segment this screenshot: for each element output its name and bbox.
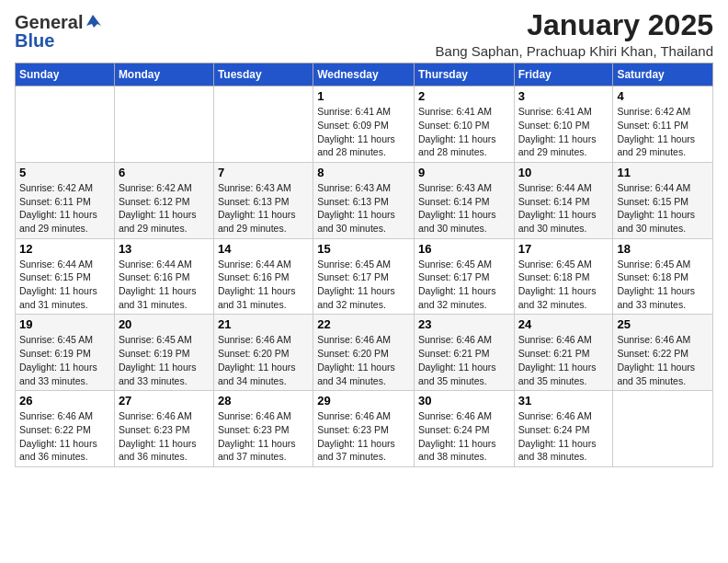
day-number: 20 [119,317,210,331]
location-title: Bang Saphan, Prachuap Khiri Khan, Thaila… [436,43,713,59]
day-info: Sunrise: 6:43 AMSunset: 6:13 PMDaylight:… [317,181,410,236]
day-cell: 30Sunrise: 6:46 AMSunset: 6:24 PMDayligh… [414,391,514,467]
day-info: Sunrise: 6:42 AMSunset: 6:11 PMDaylight:… [617,105,709,159]
day-number: 2 [418,89,510,103]
day-number: 1 [317,89,410,103]
day-cell: 26Sunrise: 6:46 AMSunset: 6:22 PMDayligh… [16,391,115,467]
day-info: Sunrise: 6:44 AMSunset: 6:16 PMDaylight:… [119,258,210,312]
day-cell [213,86,313,163]
day-cell: 4Sunrise: 6:42 AMSunset: 6:11 PMDaylight… [613,86,713,163]
day-info: Sunrise: 6:41 AMSunset: 6:10 PMDaylight:… [418,105,510,159]
day-cell: 24Sunrise: 6:46 AMSunset: 6:21 PMDayligh… [514,315,613,391]
header-sunday: Sunday [16,63,115,86]
day-number: 13 [119,242,210,256]
week-row-1: 1Sunrise: 6:41 AMSunset: 6:09 PMDaylight… [16,86,713,163]
day-number: 6 [119,166,210,179]
day-number: 15 [317,242,410,256]
day-cell: 7Sunrise: 6:43 AMSunset: 6:13 PMDaylight… [213,162,313,238]
page-header: General Blue January 2025 Bang Saphan, P… [15,9,713,59]
day-number: 27 [119,394,210,408]
day-number: 18 [617,242,709,256]
logo-general-text: General [15,13,83,31]
week-row-4: 19Sunrise: 6:45 AMSunset: 6:19 PMDayligh… [16,315,713,391]
day-cell: 1Sunrise: 6:41 AMSunset: 6:09 PMDaylight… [313,86,415,163]
header-thursday: Thursday [414,63,514,86]
week-row-5: 26Sunrise: 6:46 AMSunset: 6:22 PMDayligh… [16,391,713,467]
day-info: Sunrise: 6:45 AMSunset: 6:18 PMDaylight:… [617,258,709,312]
day-cell: 8Sunrise: 6:43 AMSunset: 6:13 PMDaylight… [313,162,415,238]
month-title: January 2025 [436,9,713,41]
day-number: 8 [317,166,410,179]
day-cell: 5Sunrise: 6:42 AMSunset: 6:11 PMDaylight… [16,162,115,238]
day-cell: 9Sunrise: 6:43 AMSunset: 6:14 PMDaylight… [414,162,514,238]
day-info: Sunrise: 6:43 AMSunset: 6:14 PMDaylight:… [418,181,510,236]
header-wednesday: Wednesday [313,63,415,86]
day-number: 30 [418,394,510,408]
day-number: 19 [19,317,110,331]
day-cell: 17Sunrise: 6:45 AMSunset: 6:18 PMDayligh… [514,238,613,315]
day-info: Sunrise: 6:44 AMSunset: 6:16 PMDaylight:… [218,258,309,312]
day-cell: 21Sunrise: 6:46 AMSunset: 6:20 PMDayligh… [213,315,313,391]
day-cell: 12Sunrise: 6:44 AMSunset: 6:15 PMDayligh… [16,238,115,315]
day-number: 16 [418,242,510,256]
day-cell: 14Sunrise: 6:44 AMSunset: 6:16 PMDayligh… [213,238,313,315]
day-info: Sunrise: 6:46 AMSunset: 6:22 PMDaylight:… [617,333,709,387]
day-number: 31 [518,394,609,408]
day-cell: 16Sunrise: 6:45 AMSunset: 6:17 PMDayligh… [414,238,514,315]
day-info: Sunrise: 6:44 AMSunset: 6:15 PMDaylight:… [617,181,709,236]
day-number: 28 [218,394,309,408]
day-number: 3 [518,89,609,103]
week-row-2: 5Sunrise: 6:42 AMSunset: 6:11 PMDaylight… [16,162,713,238]
day-info: Sunrise: 6:41 AMSunset: 6:09 PMDaylight:… [317,105,410,159]
day-number: 5 [19,166,110,179]
day-cell [613,391,713,467]
day-info: Sunrise: 6:44 AMSunset: 6:15 PMDaylight:… [19,258,110,312]
day-cell: 29Sunrise: 6:46 AMSunset: 6:23 PMDayligh… [313,391,415,467]
day-cell: 3Sunrise: 6:41 AMSunset: 6:10 PMDaylight… [514,86,613,163]
header-tuesday: Tuesday [213,63,313,86]
day-info: Sunrise: 6:46 AMSunset: 6:20 PMDaylight:… [218,333,309,387]
day-cell: 10Sunrise: 6:44 AMSunset: 6:14 PMDayligh… [514,162,613,238]
day-info: Sunrise: 6:45 AMSunset: 6:17 PMDaylight:… [317,258,410,312]
day-info: Sunrise: 6:45 AMSunset: 6:19 PMDaylight:… [119,333,210,387]
svg-marker-0 [86,15,101,28]
day-cell [16,86,115,163]
day-info: Sunrise: 6:45 AMSunset: 6:18 PMDaylight:… [518,258,609,312]
day-cell [114,86,213,163]
day-info: Sunrise: 6:43 AMSunset: 6:13 PMDaylight:… [218,181,309,236]
day-cell: 22Sunrise: 6:46 AMSunset: 6:20 PMDayligh… [313,315,415,391]
day-number: 10 [518,166,609,179]
day-number: 17 [518,242,609,256]
day-number: 26 [19,394,110,408]
day-info: Sunrise: 6:45 AMSunset: 6:19 PMDaylight:… [19,333,110,387]
day-number: 22 [317,317,410,331]
day-number: 11 [617,166,709,179]
day-cell: 15Sunrise: 6:45 AMSunset: 6:17 PMDayligh… [313,238,415,315]
day-info: Sunrise: 6:44 AMSunset: 6:14 PMDaylight:… [518,181,609,236]
day-info: Sunrise: 6:41 AMSunset: 6:10 PMDaylight:… [518,105,609,159]
day-number: 12 [19,242,110,256]
day-cell: 31Sunrise: 6:46 AMSunset: 6:24 PMDayligh… [514,391,613,467]
day-info: Sunrise: 6:46 AMSunset: 6:24 PMDaylight:… [418,409,510,464]
day-cell: 11Sunrise: 6:44 AMSunset: 6:15 PMDayligh… [613,162,713,238]
day-number: 7 [218,166,309,179]
header-saturday: Saturday [613,63,713,86]
day-number: 14 [218,242,309,256]
day-number: 23 [418,317,510,331]
day-cell: 28Sunrise: 6:46 AMSunset: 6:23 PMDayligh… [213,391,313,467]
week-row-3: 12Sunrise: 6:44 AMSunset: 6:15 PMDayligh… [16,238,713,315]
header-friday: Friday [514,63,613,86]
day-number: 21 [218,317,309,331]
calendar-table: Sunday Monday Tuesday Wednesday Thursday… [15,63,713,467]
day-info: Sunrise: 6:46 AMSunset: 6:22 PMDaylight:… [19,409,110,464]
day-info: Sunrise: 6:46 AMSunset: 6:21 PMDaylight:… [518,333,609,387]
day-cell: 18Sunrise: 6:45 AMSunset: 6:18 PMDayligh… [613,238,713,315]
header-monday: Monday [114,63,213,86]
day-info: Sunrise: 6:46 AMSunset: 6:21 PMDaylight:… [418,333,510,387]
day-info: Sunrise: 6:42 AMSunset: 6:12 PMDaylight:… [119,181,210,236]
day-number: 4 [617,89,709,103]
day-info: Sunrise: 6:45 AMSunset: 6:17 PMDaylight:… [418,258,510,312]
day-info: Sunrise: 6:46 AMSunset: 6:23 PMDaylight:… [119,409,210,464]
day-info: Sunrise: 6:46 AMSunset: 6:20 PMDaylight:… [317,333,410,387]
day-cell: 27Sunrise: 6:46 AMSunset: 6:23 PMDayligh… [114,391,213,467]
